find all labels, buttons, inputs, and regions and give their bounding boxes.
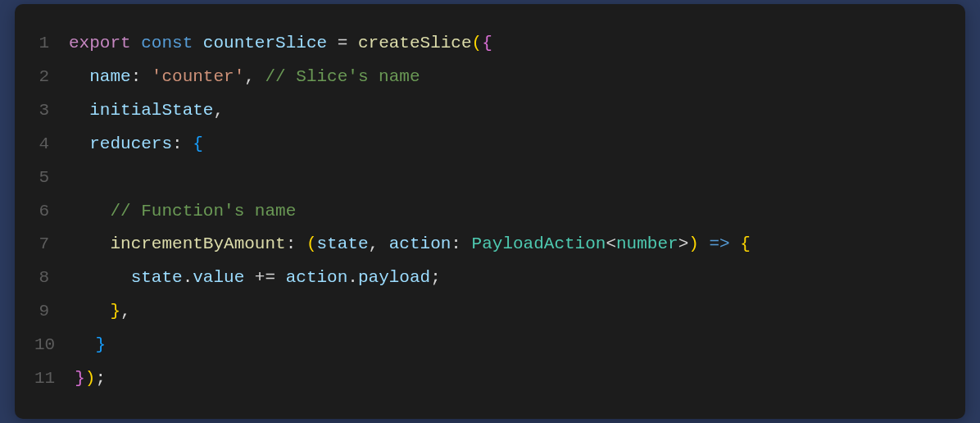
line-number: 7 bbox=[34, 228, 69, 262]
code-content: // Function's name bbox=[69, 195, 296, 229]
line-number: 4 bbox=[34, 128, 69, 161]
code-content: name: 'counter', // Slice's name bbox=[69, 61, 420, 94]
code-line: 11}); bbox=[34, 362, 946, 396]
code-line: 8 state.value += action.payload; bbox=[34, 262, 946, 295]
code-content: }); bbox=[75, 362, 106, 396]
line-number: 2 bbox=[34, 61, 69, 94]
line-number: 11 bbox=[34, 362, 75, 396]
code-content: reducers: { bbox=[69, 128, 203, 161]
line-number: 9 bbox=[34, 295, 69, 329]
code-block[interactable]: 1export const counterSlice = createSlice… bbox=[15, 4, 965, 419]
line-number: 3 bbox=[34, 94, 69, 128]
code-content: } bbox=[75, 329, 106, 362]
line-number: 1 bbox=[34, 27, 69, 61]
code-content: initialState, bbox=[69, 94, 224, 128]
line-number: 6 bbox=[34, 195, 69, 229]
code-line: 10 } bbox=[34, 329, 946, 362]
line-number: 8 bbox=[34, 262, 69, 295]
code-content: state.value += action.payload; bbox=[69, 262, 441, 295]
code-line: 3 initialState, bbox=[34, 94, 946, 128]
code-line: 9 }, bbox=[34, 295, 946, 329]
line-number: 10 bbox=[34, 329, 75, 362]
code-line: 6 // Function's name bbox=[34, 195, 946, 229]
code-line: 4 reducers: { bbox=[34, 128, 946, 161]
code-content: }, bbox=[69, 295, 131, 329]
code-content: incrementByAmount: (state, action: Paylo… bbox=[69, 228, 751, 262]
code-line: 5 bbox=[34, 161, 946, 195]
code-line: 2 name: 'counter', // Slice's name bbox=[34, 61, 946, 94]
code-line: 1export const counterSlice = createSlice… bbox=[34, 27, 946, 61]
code-line: 7 incrementByAmount: (state, action: Pay… bbox=[34, 228, 946, 262]
code-content: export const counterSlice = createSlice(… bbox=[69, 27, 492, 61]
line-number: 5 bbox=[34, 161, 69, 195]
